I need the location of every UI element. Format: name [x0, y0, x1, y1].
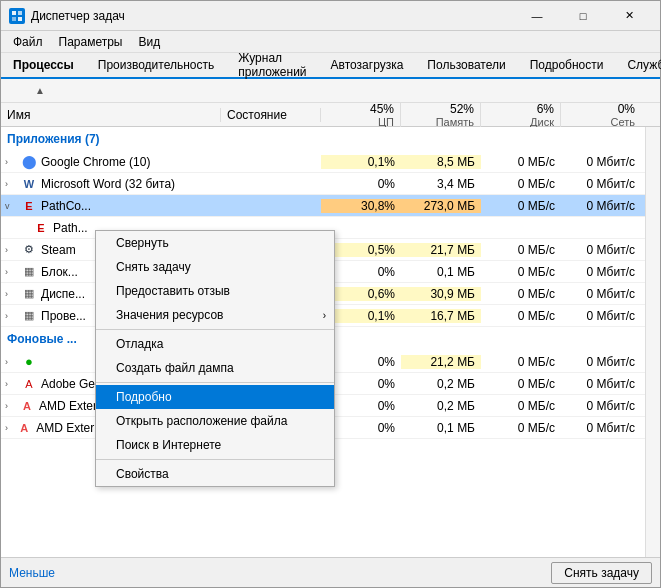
- row-net: 0 Мбит/с: [561, 199, 641, 213]
- row-mem: 21,2 МБ: [401, 355, 481, 369]
- expand-icon[interactable]: ›: [5, 245, 19, 255]
- tab-details[interactable]: Подробности: [518, 53, 616, 79]
- row-disk: 0 МБ/с: [481, 243, 561, 257]
- row-net: 0 Мбит/с: [561, 399, 641, 413]
- adobe-icon: A: [21, 376, 37, 392]
- context-menu: Свернуть Снять задачу Предоставить отзыв…: [95, 230, 335, 487]
- col-header-disk[interactable]: 6% Диск: [481, 102, 561, 128]
- col-header-net[interactable]: 0% Сеть: [561, 102, 641, 128]
- check-icon: ▦: [21, 308, 37, 324]
- path-sub-icon: E: [33, 220, 49, 236]
- row-disk: 0 МБ/с: [481, 377, 561, 391]
- row-process-name: v E PathCo...: [1, 198, 221, 214]
- col-header-cpu[interactable]: 45% ЦП: [321, 102, 401, 128]
- row-disk: 0 МБ/с: [481, 155, 561, 169]
- table-row[interactable]: v E PathCo... 30,8% 273,0 МБ 0 МБ/с 0 Мб…: [1, 195, 645, 217]
- ctx-item-open-location[interactable]: Открыть расположение файла: [96, 409, 334, 433]
- tab-users[interactable]: Пользователи: [415, 53, 517, 79]
- steam-icon: ⚙: [21, 242, 37, 258]
- tab-performance[interactable]: Производительность: [86, 53, 226, 79]
- row-disk: 0 МБ/с: [481, 265, 561, 279]
- col-header-state[interactable]: Состояние: [221, 108, 321, 122]
- ctx-separator-2: [96, 382, 334, 383]
- row-process-name: › W Microsoft Word (32 бита): [1, 176, 221, 192]
- column-headers: Имя Состояние 45% ЦП 52% Память 6% Диск …: [1, 103, 660, 127]
- col-header-mem[interactable]: 52% Память: [401, 102, 481, 128]
- ctx-item-search-internet[interactable]: Поиск в Интернете: [96, 433, 334, 457]
- tab-processes[interactable]: Процессы: [1, 53, 86, 79]
- ctx-item-resource-values[interactable]: Значения ресурсов ›: [96, 303, 334, 327]
- close-button[interactable]: ✕: [606, 1, 652, 31]
- end-task-button[interactable]: Снять задачу: [551, 562, 652, 584]
- minimize-button[interactable]: —: [514, 1, 560, 31]
- row-mem: 30,9 МБ: [401, 287, 481, 301]
- table-row[interactable]: › ⬤ Google Chrome (10) 0,1% 8,5 МБ 0 МБ/…: [1, 151, 645, 173]
- maximize-button[interactable]: □: [560, 1, 606, 31]
- expand-icon[interactable]: ›: [5, 423, 14, 433]
- row-disk: 0 МБ/с: [481, 287, 561, 301]
- ctx-item-end-task[interactable]: Снять задачу: [96, 255, 334, 279]
- ctx-item-create-dump[interactable]: Создать файл дампа: [96, 356, 334, 380]
- scrollbar[interactable]: [645, 127, 660, 557]
- row-net: 0 Мбит/с: [561, 287, 641, 301]
- row-mem: 3,4 МБ: [401, 177, 481, 191]
- ctx-item-debug[interactable]: Отладка: [96, 332, 334, 356]
- menu-view[interactable]: Вид: [130, 33, 168, 51]
- amd-icon: A: [19, 398, 35, 414]
- menu-parameters[interactable]: Параметры: [51, 33, 131, 51]
- row-mem: 0,2 МБ: [401, 377, 481, 391]
- less-link[interactable]: Меньше: [9, 566, 55, 580]
- row-cpu: 0%: [321, 177, 401, 191]
- green-icon: ●: [21, 354, 37, 370]
- row-net: 0 Мбит/с: [561, 155, 641, 169]
- svg-rect-1: [18, 11, 22, 15]
- expand-icon[interactable]: ›: [5, 311, 19, 321]
- title-bar: Диспетчер задач — □ ✕: [1, 1, 660, 31]
- svg-rect-2: [12, 17, 16, 21]
- col-header-name[interactable]: Имя: [1, 108, 221, 122]
- row-mem: 21,7 МБ: [401, 243, 481, 257]
- row-mem: 0,1 МБ: [401, 421, 481, 435]
- row-process-name: › ⬤ Google Chrome (10): [1, 154, 221, 170]
- expand-icon[interactable]: ›: [5, 379, 19, 389]
- chrome-icon: ⬤: [21, 154, 37, 170]
- row-net: 0 Мбит/с: [561, 377, 641, 391]
- row-cpu: 30,8%: [321, 199, 401, 213]
- ctx-item-minimize[interactable]: Свернуть: [96, 231, 334, 255]
- app-icon: [9, 8, 25, 24]
- tab-services[interactable]: Службы: [615, 53, 661, 79]
- expand-icon[interactable]: ›: [5, 179, 19, 189]
- path-icon: E: [21, 198, 37, 214]
- row-disk: 0 МБ/с: [481, 421, 561, 435]
- amd2-icon: A: [16, 420, 32, 436]
- sort-row: ▲: [1, 79, 660, 103]
- row-disk: 0 МБ/с: [481, 355, 561, 369]
- ctx-item-properties[interactable]: Свойства: [96, 462, 334, 486]
- row-mem: 273,0 МБ: [401, 199, 481, 213]
- row-mem: 8,5 МБ: [401, 155, 481, 169]
- ctx-item-feedback[interactable]: Предоставить отзыв: [96, 279, 334, 303]
- row-net: 0 Мбит/с: [561, 421, 641, 435]
- ctx-separator-3: [96, 459, 334, 460]
- expand-icon[interactable]: ›: [5, 289, 19, 299]
- submenu-arrow-icon: ›: [323, 310, 326, 321]
- row-mem: 0,2 МБ: [401, 399, 481, 413]
- expand-icon[interactable]: v: [5, 201, 19, 211]
- row-net: 0 Мбит/с: [561, 309, 641, 323]
- expand-icon[interactable]: ›: [5, 357, 19, 367]
- table-row[interactable]: › W Microsoft Word (32 бита) 0% 3,4 МБ 0…: [1, 173, 645, 195]
- ctx-item-details[interactable]: Подробно: [96, 385, 334, 409]
- menu-file[interactable]: Файл: [5, 33, 51, 51]
- ctx-separator-1: [96, 329, 334, 330]
- tab-startup[interactable]: Автозагрузка: [319, 53, 416, 79]
- disp-icon: ▦: [21, 286, 37, 302]
- expand-icon[interactable]: ›: [5, 267, 19, 277]
- expand-icon[interactable]: ›: [5, 157, 19, 167]
- row-disk: 0 МБ/с: [481, 199, 561, 213]
- row-mem: 16,7 МБ: [401, 309, 481, 323]
- row-net: 0 Мбит/с: [561, 265, 641, 279]
- row-net: 0 Мбит/с: [561, 355, 641, 369]
- expand-icon[interactable]: ›: [5, 401, 17, 411]
- word-icon: W: [21, 176, 37, 192]
- tab-app-history[interactable]: Журнал приложений: [226, 53, 318, 79]
